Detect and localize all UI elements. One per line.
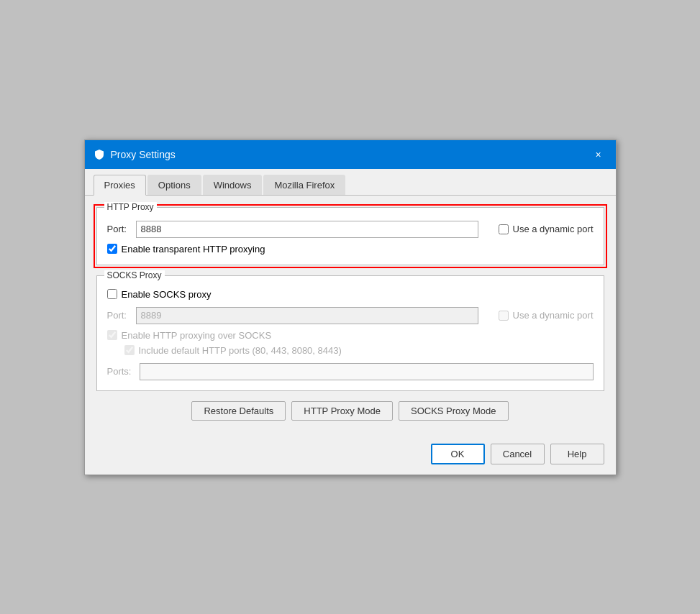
http-port-row: Port: Use a dynamic port — [107, 221, 594, 238]
help-button[interactable]: Help — [550, 444, 604, 464]
tab-bar: Proxies Options Windows Mozilla Firefox — [85, 169, 616, 196]
http-port-input[interactable] — [136, 221, 478, 238]
cancel-button[interactable]: Cancel — [491, 444, 545, 464]
transparent-proxying-row: Enable transparent HTTP proxying — [107, 244, 594, 255]
http-proxy-mode-button[interactable]: HTTP Proxy Mode — [291, 401, 393, 421]
footer-button-row: OK Cancel Help — [85, 436, 616, 475]
http-proxy-title: HTTP Proxy — [104, 202, 157, 212]
http-over-socks-row: Enable HTTP proxying over SOCKS — [107, 330, 594, 341]
transparent-proxying-label: Enable transparent HTTP proxying — [122, 244, 265, 255]
dialog-title: Proxy Settings — [111, 149, 176, 160]
socks-port-input[interactable] — [136, 307, 478, 324]
ok-button[interactable]: OK — [431, 444, 485, 464]
http-over-socks-checkbox[interactable] — [107, 330, 117, 340]
shield-icon — [94, 149, 105, 160]
http-over-socks-label: Enable HTTP proxying over SOCKS — [122, 330, 272, 341]
dialog-content: HTTP Proxy Port: Use a dynamic port Enab… — [85, 196, 616, 436]
socks-ports-input[interactable] — [140, 363, 594, 380]
socks-proxy-title: SOCKS Proxy — [104, 270, 165, 280]
tab-windows[interactable]: Windows — [203, 175, 263, 195]
title-bar: Proxy Settings × — [85, 140, 616, 169]
transparent-proxying-checkbox[interactable] — [107, 244, 117, 254]
http-dynamic-port-checkbox[interactable] — [499, 224, 509, 234]
socks-port-label: Port: — [107, 310, 136, 321]
include-default-label: Include default HTTP ports (80, 443, 808… — [139, 345, 342, 356]
include-default-ports-row: Include default HTTP ports (80, 443, 808… — [124, 345, 594, 356]
enable-socks-label: Enable SOCKS proxy — [122, 289, 212, 300]
socks-proxy-mode-button[interactable]: SOCKS Proxy Mode — [399, 401, 509, 421]
http-dynamic-port-label: Use a dynamic port — [513, 224, 594, 234]
http-proxy-section: HTTP Proxy Port: Use a dynamic port Enab… — [96, 207, 604, 265]
tab-proxies[interactable]: Proxies — [94, 175, 146, 196]
include-default-checkbox[interactable] — [124, 345, 135, 355]
enable-socks-row: Enable SOCKS proxy — [107, 289, 594, 300]
socks-dynamic-port-checkbox[interactable] — [499, 311, 509, 321]
tab-options[interactable]: Options — [147, 175, 201, 195]
close-button[interactable]: × — [590, 146, 607, 163]
proxy-mode-button-row: Restore Defaults HTTP Proxy Mode SOCKS P… — [96, 401, 604, 421]
socks-ports-label: Ports: — [107, 366, 140, 377]
enable-socks-checkbox[interactable] — [107, 289, 117, 299]
http-port-label: Port: — [107, 224, 136, 234]
proxy-settings-dialog: Proxy Settings × Proxies Options Windows… — [84, 139, 617, 475]
socks-port-row: Port: Use a dynamic port — [107, 307, 594, 324]
tab-mozilla-firefox[interactable]: Mozilla Firefox — [263, 175, 345, 195]
restore-defaults-button[interactable]: Restore Defaults — [191, 401, 286, 421]
socks-dynamic-port-label: Use a dynamic port — [513, 310, 594, 321]
socks-proxy-section: SOCKS Proxy Enable SOCKS proxy Port: Use… — [96, 275, 604, 391]
socks-ports-row: Ports: — [107, 363, 594, 380]
